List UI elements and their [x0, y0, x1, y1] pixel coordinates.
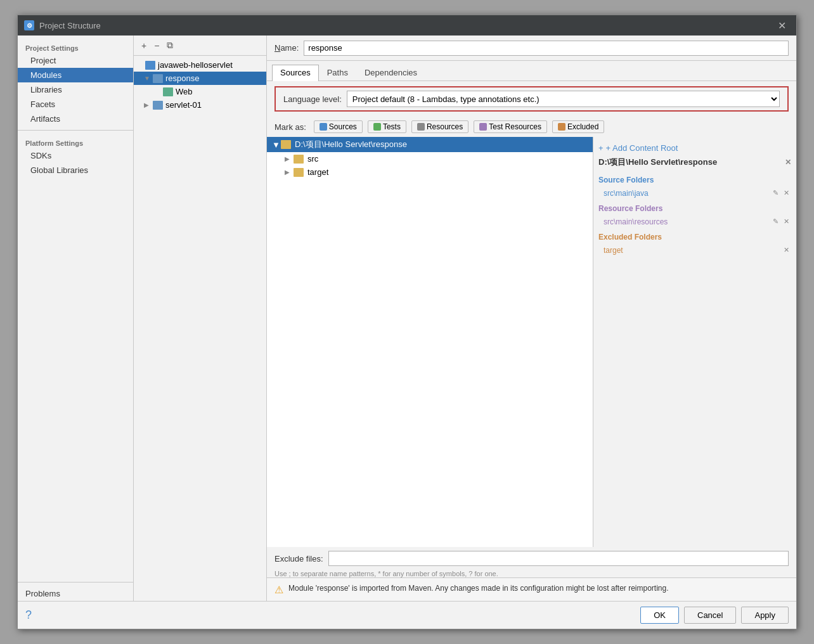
remove-module-button[interactable]: − [152, 39, 162, 52]
sidebar-item-artifacts[interactable]: Artifacts [18, 112, 133, 126]
file-tree-target[interactable]: ▶ target [267, 165, 593, 179]
source-folders-label: Source Folders [598, 176, 791, 184]
add-content-root-button[interactable]: + + Add Content Root [598, 142, 791, 154]
module-tree-panel: + − ⧉ javaweb-helloservlet ▼ re [134, 35, 267, 601]
remove-source-folder-button[interactable]: ✕ [782, 188, 791, 198]
tree-item-javaweb[interactable]: javaweb-helloservlet [134, 58, 266, 72]
chevron-icon: ▼ [144, 75, 153, 82]
tab-dependencies[interactable]: Dependencies [356, 65, 425, 81]
remove-resource-folder-button[interactable]: ✕ [782, 217, 791, 226]
folder-icon [281, 140, 291, 149]
mark-sources-button[interactable]: Sources [314, 120, 363, 133]
sidebar-item-project[interactable]: Project [18, 53, 133, 68]
test-resources-dot [479, 123, 487, 131]
app-icon: ⚙ [24, 20, 34, 30]
mark-resources-button[interactable]: Resources [411, 120, 468, 133]
folder-icon [294, 168, 304, 177]
tree-item-response[interactable]: ▼ response [134, 72, 266, 85]
resource-folder-path: src\main\resources [604, 217, 668, 226]
tab-paths[interactable]: Paths [319, 65, 356, 81]
title-bar: ⚙ Project Structure ✕ [18, 15, 796, 35]
plus-icon: + [598, 143, 604, 153]
center-layout: + − ⧉ javaweb-helloservlet ▼ re [134, 35, 796, 601]
module-tree-body: javaweb-helloservlet ▼ response Web [134, 56, 266, 601]
mark-tests-button[interactable]: Tests [368, 120, 406, 133]
excluded-dot [558, 123, 565, 131]
exclude-files-label: Exclude files: [275, 554, 323, 564]
warning-bar: ⚠ Module 'response' is imported from Mav… [267, 577, 796, 601]
main-content: Project Settings Project Modules Librari… [18, 35, 796, 601]
resource-folder-entry: src\main\resources ✎ ✕ [598, 216, 791, 228]
title-bar-left: ⚙ Project Structure [24, 20, 101, 30]
sidebar: Project Settings Project Modules Librari… [18, 35, 134, 601]
module-content: Name: Sources Paths Dependencies [267, 35, 796, 601]
name-row: Name: [267, 35, 796, 61]
two-panel: ▼ D:\项目\Hello Servlet\response ▶ src [267, 137, 796, 547]
mark-as-row: Mark as: Sources Tests Resources [267, 117, 796, 137]
apply-button[interactable]: Apply [741, 607, 789, 624]
language-level-row: Language level: Project default (8 - Lam… [275, 86, 789, 112]
add-module-button[interactable]: + [139, 39, 149, 52]
folder-icon [145, 61, 155, 70]
help-button[interactable]: ? [25, 609, 32, 622]
excluded-folder-entry: target ✕ [598, 244, 791, 256]
chevron-icon: ▶ [144, 101, 153, 108]
edit-source-folder-button[interactable]: ✎ [771, 188, 780, 198]
folder-icon [294, 155, 304, 164]
close-button[interactable]: ✕ [774, 18, 790, 33]
warning-text: Module 'response' is imported from Maven… [288, 583, 669, 594]
source-folders-section: Source Folders src\main\java ✎ ✕ [598, 176, 791, 199]
project-structure-dialog: ⚙ Project Structure ✕ Project Settings P… [17, 15, 797, 629]
sources-dot [320, 123, 327, 131]
sidebar-item-sdks[interactable]: SDKs [18, 148, 133, 163]
ok-button[interactable]: OK [640, 607, 679, 624]
file-tree-root[interactable]: ▼ D:\项目\Hello Servlet\response [267, 137, 593, 152]
module-icon [153, 74, 163, 83]
mark-excluded-button[interactable]: Excluded [552, 120, 604, 133]
tab-sources[interactable]: Sources [272, 65, 319, 81]
module-tree-nav: + − ⧉ [134, 35, 266, 56]
project-settings-label: Project Settings [18, 41, 133, 53]
dialog-title: Project Structure [39, 21, 101, 30]
name-input[interactable] [304, 41, 789, 56]
platform-settings-label: Platform Settings [18, 134, 133, 148]
sidebar-item-global-libraries[interactable]: Global Libraries [18, 163, 133, 177]
web-icon [163, 87, 173, 96]
tree-item-web[interactable]: Web [134, 85, 266, 98]
sidebar-item-modules[interactable]: Modules [18, 68, 133, 82]
mark-test-resources-button[interactable]: Test Resources [474, 120, 547, 133]
excluded-folder-actions: ✕ [782, 245, 791, 255]
sidebar-bottom-divider [18, 582, 133, 583]
exclude-files-row: Exclude files: [267, 547, 796, 570]
resource-folders-section: Resource Folders src\main\resources ✎ ✕ [598, 204, 791, 228]
resource-folders-label: Resource Folders [598, 204, 791, 213]
source-folder-entry: src\main\java ✎ ✕ [598, 187, 791, 199]
lang-level-label: Language level: [283, 94, 342, 104]
remove-content-root-button[interactable]: ✕ [785, 158, 791, 167]
info-panel: + + Add Content Root D:\项目\Hello Servlet… [593, 137, 796, 547]
name-label: Name: [275, 43, 299, 53]
remove-excluded-folder-button[interactable]: ✕ [782, 245, 791, 255]
mark-as-label: Mark as: [275, 122, 306, 132]
module-icon [153, 101, 163, 110]
copy-module-button[interactable]: ⧉ [164, 39, 176, 52]
sidebar-item-problems[interactable]: Problems [18, 586, 133, 601]
tests-dot [373, 123, 381, 131]
source-folder-path: src\main\java [604, 189, 649, 198]
sidebar-item-libraries[interactable]: Libraries [18, 82, 133, 97]
bottom-bar: ? OK Cancel Apply [18, 601, 796, 629]
sidebar-item-facets[interactable]: Facets [18, 97, 133, 112]
source-folder-actions: ✎ ✕ [771, 188, 791, 198]
tree-item-servlet[interactable]: ▶ servlet-01 [134, 98, 266, 112]
exclude-files-input[interactable] [328, 551, 789, 566]
tabs-bar: Sources Paths Dependencies [267, 61, 796, 81]
lang-level-select[interactable]: Project default (8 - Lambdas, type annot… [347, 91, 780, 107]
excluded-folders-section: Excluded Folders target ✕ [598, 233, 791, 256]
file-tree-src[interactable]: ▶ src [267, 152, 593, 165]
edit-resource-folder-button[interactable]: ✎ [771, 217, 780, 226]
file-tree-panel: ▼ D:\项目\Hello Servlet\response ▶ src [267, 137, 593, 547]
exclude-hint: Use ; to separate name patterns, * for a… [267, 570, 796, 577]
cancel-button[interactable]: Cancel [684, 607, 736, 624]
warning-icon: ⚠ [275, 584, 283, 596]
sidebar-divider [18, 130, 133, 131]
